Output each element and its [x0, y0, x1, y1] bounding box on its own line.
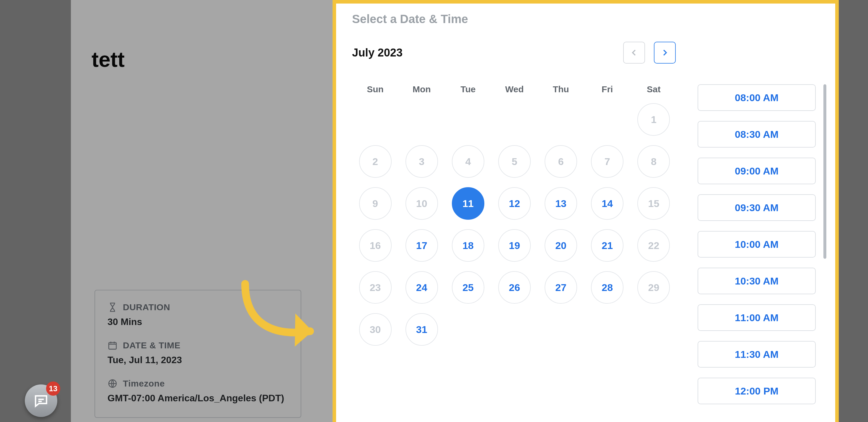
calendar-empty-cell — [545, 103, 577, 136]
calendar-empty-cell — [545, 313, 577, 346]
calendar-day[interactable]: 19 — [498, 229, 531, 262]
calendar-day[interactable]: 20 — [545, 229, 577, 262]
calendar-day[interactable]: 27 — [545, 271, 577, 304]
calendar-empty-cell — [359, 103, 392, 136]
dow-header: Thu — [553, 84, 569, 103]
calendar-day: 22 — [637, 229, 670, 262]
calendar-day: 1 — [637, 103, 670, 136]
calendar-empty-cell — [637, 313, 670, 346]
calendar-day[interactable]: 18 — [452, 229, 484, 262]
calendar-day[interactable]: 12 — [498, 187, 531, 220]
event-title: tett — [92, 47, 125, 72]
dow-header: Mon — [412, 84, 431, 103]
calendar-day: 23 — [359, 271, 392, 304]
calendar-day[interactable]: 21 — [591, 229, 623, 262]
picker-title: Select a Date & Time — [352, 12, 826, 26]
calendar-day: 4 — [452, 145, 484, 178]
calendar-day: 9 — [359, 187, 392, 220]
time-slot[interactable]: 08:30 AM — [698, 121, 816, 147]
prev-month-button[interactable] — [623, 42, 645, 63]
calendar-icon — [107, 340, 118, 350]
time-slot[interactable]: 12:00 PM — [698, 378, 816, 404]
time-slot[interactable]: 09:00 AM — [698, 158, 816, 184]
calendar-empty-cell — [498, 313, 531, 346]
globe-icon — [107, 378, 118, 389]
calendar-day[interactable]: 14 — [591, 187, 623, 220]
calendar-day[interactable]: 31 — [405, 313, 438, 346]
calendar-day: 3 — [405, 145, 438, 178]
calendar-day[interactable]: 26 — [498, 271, 531, 304]
duration-label: DURATION — [123, 302, 170, 312]
dow-header: Tue — [460, 84, 475, 103]
time-scrollbar[interactable] — [824, 84, 826, 422]
next-month-button[interactable] — [654, 42, 676, 63]
calendar-day: 29 — [637, 271, 670, 304]
calendar-day: 30 — [359, 313, 392, 346]
calendar-empty-cell — [452, 103, 484, 136]
calendar-empty-cell — [591, 103, 623, 136]
chat-icon — [33, 392, 49, 409]
hourglass-icon — [107, 302, 118, 312]
calendar-day: 2 — [359, 145, 392, 178]
chat-unread-badge: 13 — [46, 382, 60, 396]
calendar-grid: SunMonTueWedThuFriSat 123456789101112131… — [352, 84, 677, 422]
month-label: July 2023 — [352, 47, 403, 59]
datetime-picker-panel: Select a Date & Time July 2023 SunMonTue… — [333, 0, 839, 422]
chevron-right-icon — [660, 48, 669, 57]
time-slot[interactable]: 11:30 AM — [698, 341, 816, 368]
calendar-day[interactable]: 17 — [405, 229, 438, 262]
dow-header: Wed — [505, 84, 524, 103]
calendar-day[interactable]: 13 — [545, 187, 577, 220]
calendar-day: 6 — [545, 145, 577, 178]
calendar-empty-cell — [452, 313, 484, 346]
annotation-arrow-icon — [236, 278, 319, 355]
time-slot[interactable]: 10:30 AM — [698, 268, 816, 294]
calendar-day[interactable]: 24 — [405, 271, 438, 304]
calendar-day[interactable]: 25 — [452, 271, 484, 304]
timezone-label: Timezone — [123, 378, 165, 389]
calendar-day: 5 — [498, 145, 531, 178]
datetime-value: Tue, Jul 11, 2023 — [107, 355, 288, 366]
dow-header: Sat — [647, 84, 661, 103]
dow-header: Fri — [601, 84, 613, 103]
time-slot[interactable]: 11:00 AM — [698, 304, 816, 331]
calendar-day: 16 — [359, 229, 392, 262]
time-slot[interactable]: 10:00 AM — [698, 231, 816, 258]
calendar-day: 15 — [637, 187, 670, 220]
chat-button[interactable]: 13 — [25, 385, 57, 417]
time-slot[interactable]: 08:00 AM — [698, 84, 816, 111]
datetime-label: DATE & TIME — [123, 340, 181, 350]
time-slot[interactable]: 09:30 AM — [698, 194, 816, 221]
calendar-empty-cell — [498, 103, 531, 136]
calendar-day: 8 — [637, 145, 670, 178]
calendar-day[interactable]: 28 — [591, 271, 623, 304]
dow-header: Sun — [367, 84, 384, 103]
chevron-left-icon — [630, 48, 639, 57]
time-slot-list[interactable]: 08:00 AM08:30 AM09:00 AM09:30 AM10:00 AM… — [698, 84, 817, 422]
calendar-day: 7 — [591, 145, 623, 178]
calendar-day: 10 — [405, 187, 438, 220]
timezone-row: Timezone — [107, 378, 288, 389]
calendar-empty-cell — [405, 103, 438, 136]
svg-rect-0 — [109, 342, 116, 349]
calendar-day[interactable]: 11 — [452, 187, 484, 220]
timezone-value: GMT-07:00 America/Los_Angeles (PDT) — [107, 393, 288, 404]
calendar-empty-cell — [591, 313, 623, 346]
